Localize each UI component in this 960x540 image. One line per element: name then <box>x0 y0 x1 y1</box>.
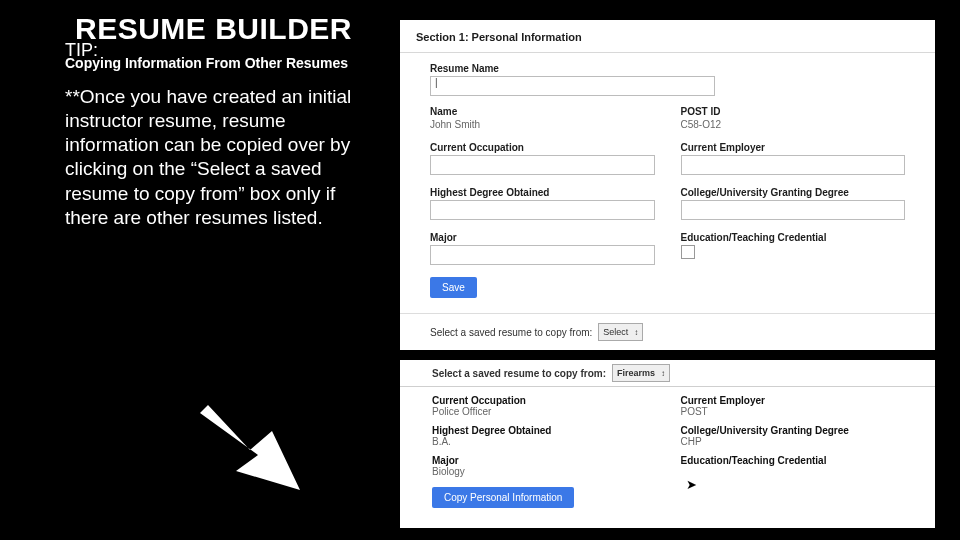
major-label-b: Major <box>432 455 655 466</box>
tip-subtitle: Copying Information From Other Resumes <box>65 55 380 73</box>
degree-label: Highest Degree Obtained <box>430 187 655 198</box>
resume-name-label: Resume Name <box>430 63 905 74</box>
college-value-b: CHP <box>681 436 904 447</box>
post-id-label: POST ID <box>681 106 906 117</box>
chevron-updown-icon: ↕ <box>661 369 665 378</box>
degree-input[interactable] <box>430 200 655 220</box>
occupation-value-b: Police Officer <box>432 406 655 417</box>
credential-label-b: Education/Teaching Credential <box>681 455 904 466</box>
employer-label-b: Current Employer <box>681 395 904 406</box>
copy-from-select[interactable]: Select ↕ <box>598 323 643 341</box>
cursor-icon: ➤ <box>686 477 697 492</box>
credential-label: Education/Teaching Credential <box>681 232 906 243</box>
chevron-updown-icon: ↕ <box>634 328 638 337</box>
degree-value-b: B.A. <box>432 436 655 447</box>
copy-from-label: Select a saved resume to copy from: <box>430 327 592 338</box>
major-label: Major <box>430 232 655 243</box>
slide-title: RESUME BUILDER <box>75 12 380 46</box>
college-input[interactable] <box>681 200 906 220</box>
name-value: John Smith <box>430 119 655 130</box>
section-header: Section 1: Personal Information <box>400 20 935 53</box>
employer-value-b: POST <box>681 406 904 417</box>
major-input[interactable] <box>430 245 655 265</box>
name-label: Name <box>430 106 655 117</box>
college-label-b: College/University Granting Degree <box>681 425 904 436</box>
copy-from-select-value: Select <box>603 327 628 337</box>
tip-body: **Once you have created an initial instr… <box>65 85 380 231</box>
post-id-value: C58-O12 <box>681 119 906 130</box>
resume-name-input[interactable]: | <box>430 76 715 96</box>
form-area: Resume Name | Name John Smith POST ID C5… <box>400 53 935 298</box>
personal-info-form-screenshot: Section 1: Personal Information Resume N… <box>400 20 935 350</box>
employer-input[interactable] <box>681 155 906 175</box>
major-value-b: Biology <box>432 466 655 477</box>
copy-from-bar: Select a saved resume to copy from: Sele… <box>400 313 935 350</box>
slide: RESUME BUILDER TIP: Copying Information … <box>0 0 960 540</box>
degree-label-b: Highest Degree Obtained <box>432 425 655 436</box>
college-label: College/University Granting Degree <box>681 187 906 198</box>
copy-from-header: Select a saved resume to copy from: Fire… <box>400 360 935 387</box>
copy-from-select-value-b: Firearms <box>617 368 655 378</box>
arrow-icon <box>200 405 310 494</box>
copy-personal-info-button[interactable]: Copy Personal Information <box>432 487 574 508</box>
occupation-label-b: Current Occupation <box>432 395 655 406</box>
credential-checkbox[interactable] <box>681 245 695 259</box>
occupation-input[interactable] <box>430 155 655 175</box>
employer-label: Current Employer <box>681 142 906 153</box>
copied-fields: Current Occupation Police Officer Curren… <box>400 387 935 485</box>
save-button[interactable]: Save <box>430 277 477 298</box>
copy-from-label-b: Select a saved resume to copy from: <box>432 368 606 379</box>
copy-from-select-b[interactable]: Firearms ↕ <box>612 364 670 382</box>
left-text-block: RESUME BUILDER TIP: Copying Information … <box>65 12 380 230</box>
occupation-label: Current Occupation <box>430 142 655 153</box>
copy-from-populated-screenshot: Select a saved resume to copy from: Fire… <box>400 360 935 528</box>
